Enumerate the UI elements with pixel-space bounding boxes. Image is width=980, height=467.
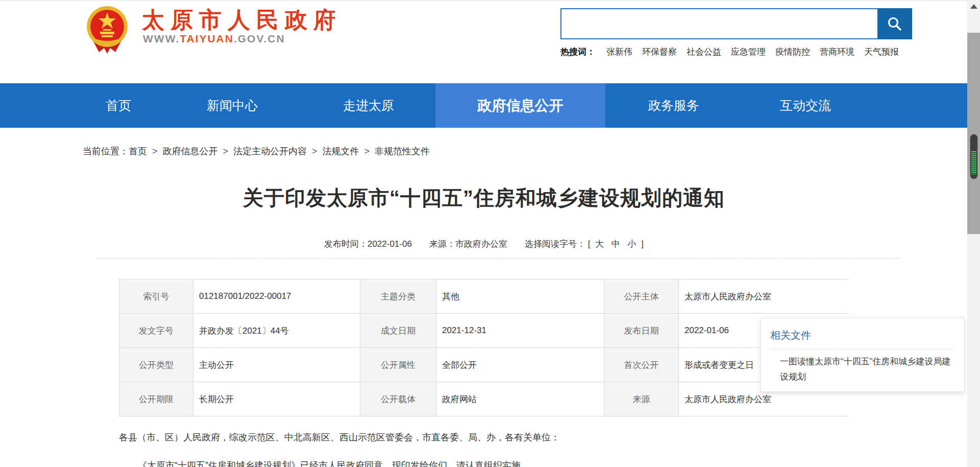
article-meta: 发布时间：2022-01-06 来源：市政府办公室 选择阅读字号： [ 大 中 …: [119, 238, 849, 250]
info-label: 公开类型: [119, 348, 193, 382]
info-value: 其他: [436, 279, 604, 313]
hot-keyword[interactable]: 应急管理: [731, 46, 766, 58]
related-document-link[interactable]: 一图读懂太原市“十四五”住房和城乡建设局建设规划: [770, 354, 954, 385]
hot-keyword[interactable]: 营商环境: [820, 46, 854, 58]
info-label: 公开载体: [360, 382, 436, 416]
font-size-large[interactable]: 大: [595, 239, 604, 249]
info-value: 2021-12-31: [436, 314, 604, 347]
font-size-medium[interactable]: 中: [611, 239, 620, 249]
breadcrumb-regulatory-files[interactable]: 法规文件: [323, 146, 359, 156]
browser-viewport: 太原市人民政府 WWW.TAIYUAN.GOV.CN 热搜词： 张新伟 环保督察…: [0, 0, 980, 467]
scrollbar-inner-track[interactable]: [967, 33, 980, 234]
info-value: 长期公开: [193, 382, 360, 416]
document-info-table: 索引号 012187001/2022-00017 主题分类 其他 公开主体 太原…: [119, 279, 849, 416]
related-documents-popup: 相关文件 一图读懂太原市“十四五”住房和城乡建设局建设规划: [761, 318, 965, 392]
breadcrumb-label: 当前位置：: [83, 146, 129, 156]
top-divider: [0, 0, 967, 1]
nav-item-news[interactable]: 新闻中心: [207, 83, 258, 128]
site-url-highlight: TAIYUAN: [180, 33, 234, 44]
nav-item-interaction[interactable]: 互动交流: [780, 83, 831, 128]
national-emblem-icon: [86, 5, 129, 54]
hot-search-row: 热搜词： 张新伟 环保督察 社会公益 应急管理 疫情防控 营商环境 天气预报: [560, 46, 948, 58]
search-bar: [560, 8, 912, 39]
info-label: 来源: [604, 382, 678, 416]
breadcrumb-non-normative-files[interactable]: 非规范性文件: [375, 146, 430, 156]
nav-item-gov-info-disclosure-active[interactable]: 政府信息公开: [435, 83, 605, 128]
hot-keyword[interactable]: 疫情防控: [775, 46, 810, 58]
hot-search-label: 热搜词：: [560, 46, 595, 58]
info-value: 并政办发〔2021〕44号: [193, 314, 360, 347]
hot-keyword[interactable]: 天气预报: [864, 46, 899, 58]
dashed-divider: [97, 258, 901, 259]
scrollbar-thumb[interactable]: [970, 134, 978, 179]
info-value: 政府网站: [436, 382, 604, 416]
breadcrumb-separator: >: [223, 146, 229, 156]
scrollbar-thumb-grip: [971, 151, 976, 174]
nav-item-about-taiyuan[interactable]: 走进太原: [343, 83, 394, 128]
info-label: 公开主体: [604, 279, 678, 313]
body-paragraph-recipients: 各县（市、区）人民政府，综改示范区、中北高新区、西山示范区管委会，市直各委、局、…: [119, 431, 849, 445]
search-icon: [887, 16, 903, 32]
hot-keyword[interactable]: 张新伟: [606, 46, 632, 58]
info-label: 主题分类: [360, 279, 436, 313]
site-url: WWW.TAIYUAN.GOV.CN: [143, 33, 285, 45]
bracket: ]: [641, 239, 644, 249]
bracket: [: [588, 239, 591, 249]
related-documents-title: 相关文件: [770, 329, 954, 342]
breadcrumb-separator: >: [312, 146, 317, 156]
article-title: 关于印发太原市“十四五”住房和城乡建设规划的通知: [119, 184, 849, 212]
nav-item-gov-services[interactable]: 政务服务: [648, 83, 699, 128]
font-size-small[interactable]: 小: [628, 239, 636, 249]
site-logo-link[interactable]: 太原市人民政府 WWW.TAIYUAN.GOV.CN: [86, 4, 326, 55]
info-label: 发文字号: [119, 314, 193, 347]
info-value: 太原市人民政府办公室: [679, 279, 849, 313]
site-url-suffix: .GOV.CN: [234, 33, 285, 44]
info-value: 主动公开: [193, 348, 360, 382]
info-label: 索引号: [119, 279, 193, 313]
info-value: 012187001/2022-00017: [193, 279, 360, 313]
breadcrumb-separator: >: [152, 146, 158, 156]
site-name: 太原市人民政府: [142, 5, 342, 35]
info-label: 成文日期: [360, 314, 436, 347]
font-size-chooser: 选择阅读字号： [ 大 中 小 ]: [525, 238, 644, 250]
font-size-label: 选择阅读字号：: [525, 239, 585, 249]
page: 太原市人民政府 WWW.TAIYUAN.GOV.CN 热搜词： 张新伟 环保督察…: [0, 0, 967, 467]
nav-item-home[interactable]: 首页: [106, 83, 131, 128]
breadcrumb-legal-disclosure[interactable]: 法定主动公开内容: [233, 146, 307, 156]
hot-keyword[interactable]: 社会公益: [687, 46, 721, 58]
scrollbar-track[interactable]: [967, 0, 980, 467]
article-source: 来源：市政府办公室: [429, 238, 507, 250]
main-nav: 首页 新闻中心 走进太原 政府信息公开 政务服务 互动交流: [0, 83, 967, 128]
search-button[interactable]: [877, 8, 912, 39]
site-url-prefix: WWW.: [143, 33, 180, 44]
publish-time: 发布时间：2022-01-06: [324, 238, 412, 250]
breadcrumb: 当前位置：首页>政府信息公开>法定主动公开内容>法规文件>非规范性文件: [83, 145, 430, 157]
scrollbar-up-arrow-icon[interactable]: [970, 4, 977, 9]
hot-keyword[interactable]: 环保督察: [642, 46, 677, 58]
breadcrumb-gov-info[interactable]: 政府信息公开: [163, 146, 218, 156]
breadcrumb-home[interactable]: 首页: [129, 146, 147, 156]
info-label: 公开期限: [119, 382, 193, 416]
breadcrumb-separator: >: [364, 146, 370, 156]
info-label: 首次公开: [604, 348, 678, 382]
search-input[interactable]: [560, 8, 877, 39]
body-paragraph-notice: 《太原市“十四五”住房和城乡建设规划》已经市人民政府同意，现印发给你们，请认真组…: [119, 459, 849, 467]
info-value: 全部公开: [436, 348, 604, 382]
popup-dotted-divider: [770, 349, 954, 349]
info-label: 发布日期: [604, 314, 678, 347]
info-label: 公开属性: [360, 348, 436, 382]
